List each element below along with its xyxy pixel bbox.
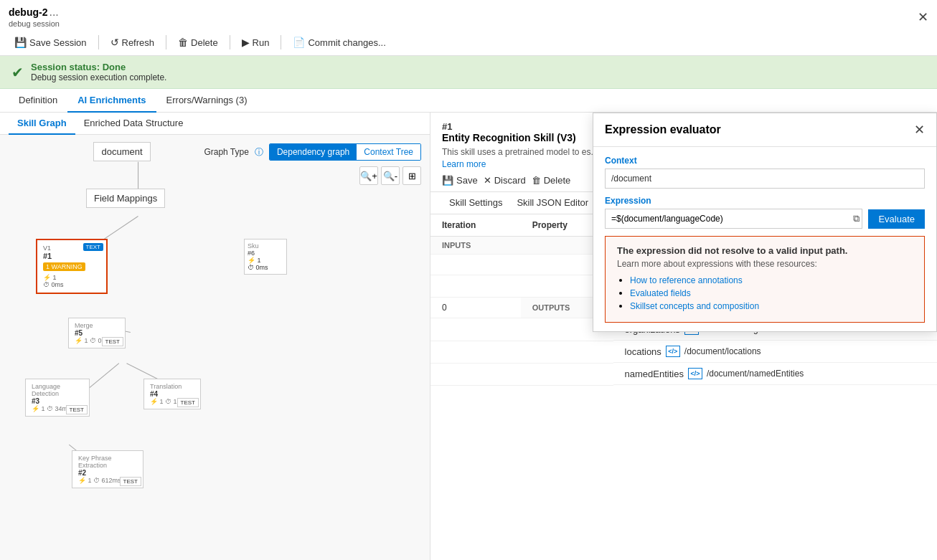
save-skill-button[interactable]: 💾 Save: [442, 175, 478, 186]
graph-type-info-icon[interactable]: ⓘ: [255, 146, 263, 158]
expr-panel-header: Expression evaluator ✕: [593, 113, 936, 147]
trans-test-btn[interactable]: TEST: [177, 398, 199, 407]
separator-3: [230, 35, 230, 49]
delete-button[interactable]: 🗑 Delete: [172, 34, 224, 51]
save-session-button[interactable]: 💾 Save Session: [9, 34, 93, 51]
merge-test-btn[interactable]: TEST: [102, 337, 123, 346]
name-cell-named: namedEntities </> /document/namedEntitie…: [613, 363, 937, 385]
expression-label: Expression: [605, 196, 925, 206]
table-row: locations </> /document/locations: [430, 341, 937, 363]
context-input[interactable]: [605, 169, 925, 189]
link-annotations[interactable]: How to reference annotations: [630, 275, 743, 285]
skill-num: #1: [43, 252, 100, 260]
node-translation[interactable]: Translation #4 ⚡ 1 ⏱ 135s TEST: [143, 379, 201, 409]
property-cell: [521, 363, 613, 385]
output-loc-label: locations: [625, 346, 661, 357]
link-skillset-concepts[interactable]: Skillset concepts and composition: [630, 301, 759, 311]
iter-cell: [430, 254, 521, 275]
name-cell-loc: locations </> /document/locations: [613, 341, 937, 363]
tab-skill-settings[interactable]: Skill Settings: [442, 192, 509, 214]
expression-input[interactable]: [605, 209, 862, 229]
expression-row: ⧉ Evaluate: [605, 209, 925, 229]
tab-errors-warnings[interactable]: Errors/Warnings (3): [156, 89, 258, 113]
tab-skill-json[interactable]: Skill JSON Editor: [509, 192, 595, 214]
refresh-icon: ↺: [110, 37, 119, 48]
status-check-icon: ✔: [11, 64, 24, 81]
tab-definition[interactable]: Definition: [9, 89, 67, 113]
skill-stats: ⚡ 1⏱ 0ms: [43, 274, 100, 288]
error-box: The expression did not resolve to a vali…: [605, 236, 925, 323]
learn-more-link[interactable]: Learn more: [442, 159, 486, 169]
node-lang-detect[interactable]: Language Detection #3 ⚡ 1 ⏱ 34ms TEST: [25, 379, 90, 417]
refresh-button[interactable]: ↺ Refresh: [105, 34, 161, 51]
left-panel: Skill Graph Enriched Data Structure Grap…: [0, 113, 430, 560]
zoom-out-button[interactable]: 🔍-: [381, 166, 400, 185]
close-button[interactable]: ✕: [918, 9, 928, 25]
expr-code-icon-loc[interactable]: </>: [666, 346, 680, 357]
discard-icon: ✕: [484, 175, 491, 186]
output-named-value: /document/namedEntities: [707, 369, 804, 379]
graph-area: Graph Type ⓘ Dependency graph Context Tr…: [0, 135, 430, 560]
context-label: Context: [605, 156, 925, 166]
iter-zero: 0: [430, 298, 521, 318]
window-dots: ...: [49, 6, 58, 19]
error-links: How to reference annotations Evaluated f…: [617, 275, 913, 311]
delete-icon: 🗑: [178, 37, 188, 48]
graph-type-tabs: Dependency graph Context Tree: [269, 143, 421, 161]
delete-skill-button[interactable]: 🗑 Delete: [532, 175, 571, 186]
list-item: Skillset concepts and composition: [630, 300, 913, 311]
evaluate-button[interactable]: Evaluate: [868, 209, 925, 229]
window-title: debug-2: [9, 6, 47, 18]
status-subtitle: Debug session execution complete.: [31, 72, 166, 82]
col-iteration: Iteration: [430, 214, 521, 237]
skill-badge: TEXT: [83, 243, 103, 251]
separator-2: [166, 35, 166, 49]
tab-ai-enrichments[interactable]: AI Enrichments: [67, 89, 156, 113]
list-item: How to reference annotations: [630, 275, 913, 285]
discard-skill-button[interactable]: ✕ Discard: [484, 175, 526, 186]
link-evaluated-fields[interactable]: Evaluated fields: [630, 288, 691, 298]
iter-cell: [430, 318, 521, 341]
toolbar: 💾 Save Session ↺ Refresh 🗑 Delete ▶ Run …: [0, 29, 937, 56]
tab-dependency-graph[interactable]: Dependency graph: [270, 144, 357, 160]
run-button[interactable]: ▶ Run: [236, 34, 276, 51]
lang-header: Language Detection: [32, 383, 83, 397]
commit-button[interactable]: 📄 Commit changes...: [287, 34, 391, 51]
graph-type-selector: Graph Type ⓘ Dependency graph Context Tr…: [204, 143, 421, 161]
keyphrase-num: #2: [78, 469, 137, 477]
graph-canvas: document Field Mappings TEXT V1 #1 1 WAR…: [0, 135, 430, 560]
tab-skill-graph[interactable]: Skill Graph: [9, 113, 75, 135]
status-title: Session status: Done: [31, 62, 166, 72]
session-status-bar: ✔ Session status: Done Debug session exe…: [0, 56, 937, 89]
expr-code-icon-named[interactable]: </>: [688, 368, 702, 379]
keyphrase-test-btn[interactable]: TEST: [120, 477, 141, 486]
trans-header: Translation: [150, 383, 194, 390]
copy-expression-button[interactable]: ⧉: [853, 213, 860, 224]
run-icon: ▶: [242, 37, 250, 48]
node-document[interactable]: document: [93, 142, 151, 161]
node-field-mappings[interactable]: Field Mappings: [86, 189, 165, 208]
skill-warning: 1 WARNING: [43, 262, 85, 271]
output-loc-value: /document/locations: [684, 346, 761, 356]
sub-tabs: Skill Graph Enriched Data Structure: [0, 113, 430, 135]
zoom-in-button[interactable]: 🔍+: [359, 166, 378, 185]
delete-skill-icon: 🗑: [532, 175, 541, 186]
fit-button[interactable]: ⊞: [402, 166, 421, 185]
lang-num: #3: [32, 397, 83, 405]
lang-test-btn[interactable]: TEST: [66, 405, 88, 414]
expr-panel-close-button[interactable]: ✕: [914, 122, 925, 138]
tab-context-tree[interactable]: Context Tree: [357, 144, 420, 160]
expression-input-wrapper: ⧉: [605, 209, 862, 229]
node-keyphrase[interactable]: Key Phrase Extraction #2 ⚡ 1 ⏱ 612ms TES…: [72, 450, 143, 488]
save-icon: 💾: [14, 37, 27, 48]
tab-enriched-data[interactable]: Enriched Data Structure: [75, 113, 192, 135]
node-merge[interactable]: Merge #5 ⚡ 1 ⏱ 0ms TEST: [68, 318, 126, 348]
node-skill-1[interactable]: TEXT V1 #1 1 WARNING ⚡ 1⏱ 0ms: [36, 239, 108, 294]
table-row: namedEntities </> /document/namedEntitie…: [430, 363, 937, 385]
error-title: The expression did not resolve to a vali…: [617, 245, 913, 256]
title-bar: debug-2 ... debug session ✕: [0, 0, 937, 29]
iter-cell: [430, 363, 521, 385]
merge-header: Merge: [75, 322, 119, 329]
list-item: Evaluated fields: [630, 288, 913, 298]
graph-type-label: Graph Type: [204, 147, 248, 157]
